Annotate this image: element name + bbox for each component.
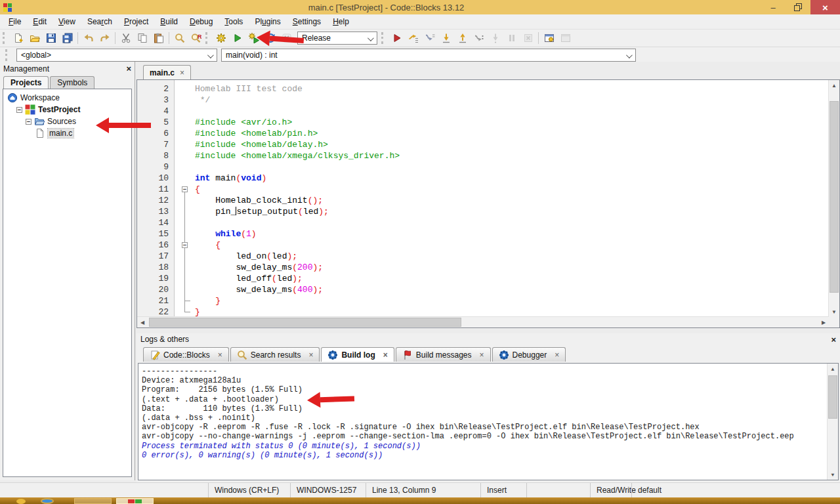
toolbar-grip[interactable] [5,49,10,61]
rebuild-icon[interactable] [262,30,278,46]
stop-debugger-icon[interactable] [520,30,536,46]
log-vertical-scrollbar[interactable]: ▲ ▼ [827,364,838,480]
log-tab-close-icon[interactable]: × [308,350,313,360]
run-icon[interactable] [229,30,245,46]
toolbar-grip[interactable] [381,32,386,44]
scrollbar-thumb[interactable] [830,101,839,293]
tree-item-sources[interactable]: −Sources [3,116,131,127]
log-tab-close-icon[interactable]: × [555,350,559,360]
close-button[interactable]: × [810,0,840,14]
paste-icon[interactable] [150,30,167,46]
code-line-3[interactable]: 3 */ [137,94,829,106]
next-line-icon[interactable] [421,30,438,46]
tree-item-testproject[interactable]: −TestProject [3,104,131,116]
copy-icon[interactable] [134,30,150,46]
log-tab-build-log[interactable]: Build log× [321,347,394,362]
scroll-right-icon[interactable]: ▶ [818,317,829,327]
code-line-9[interactable]: 9 [137,161,829,173]
debugging-windows-icon[interactable] [541,30,557,46]
tab-symbols[interactable]: Symbols [50,76,94,89]
save-file-icon[interactable] [43,30,59,46]
code-line-19[interactable]: 19 led_off(led); [137,273,829,284]
menu-search[interactable]: Search [81,16,118,28]
scroll-up-icon[interactable]: ▲ [828,364,838,374]
menu-help[interactable]: Help [327,16,355,28]
taskbar-app-button[interactable] [74,498,112,504]
code-line-16[interactable]: 16− { [137,240,829,251]
windows-taskbar[interactable] [0,497,840,504]
code-line-5[interactable]: 5#include <avr/io.h> [137,117,829,128]
replace-icon[interactable]: R [188,30,204,46]
abort-icon[interactable] [278,30,295,46]
code-line-2[interactable]: 2Homelab III test code [137,83,829,94]
code-line-20[interactable]: 20 sw_delay_ms(400); [137,284,829,295]
cut-icon[interactable] [117,30,134,46]
menu-project[interactable]: Project [118,16,154,28]
code-editor[interactable]: 2Homelab III test code3 */45#include <av… [136,79,840,328]
code-line-21[interactable]: 21 } [137,295,829,306]
taskbar-codeblocks-button[interactable] [116,498,154,504]
code-line-11[interactable]: 11−{ [137,184,829,195]
code-line-13[interactable]: 13 pin_setup_output(led); [137,206,829,217]
menu-settings[interactable]: Settings [287,16,327,28]
debug-continue-icon[interactable] [388,30,405,46]
management-close-button[interactable]: × [126,64,131,74]
scope-select[interactable]: <global> [16,49,217,62]
code-line-18[interactable]: 18 sw_delay_ms(200); [137,262,829,273]
code-line-4[interactable]: 4 [137,106,829,117]
function-select[interactable]: main(void) : int [221,49,636,62]
code-line-15[interactable]: 15 while(1) [137,228,829,240]
scroll-down-icon[interactable]: ▼ [829,306,839,317]
tree-expander-icon[interactable]: − [16,107,22,113]
scroll-up-icon[interactable]: ▲ [829,80,839,91]
restore-button[interactable] [786,0,810,14]
menu-plugins[interactable]: Plugins [249,16,286,28]
menu-view[interactable]: View [52,16,81,28]
log-tab-build-messages[interactable]: Build messages× [396,347,491,362]
menu-debug[interactable]: Debug [184,16,219,28]
tab-projects[interactable]: Projects [3,76,49,89]
minimize-button[interactable]: – [761,0,786,14]
find-icon[interactable] [171,30,188,46]
save-all-icon[interactable] [59,30,75,46]
fold-margin[interactable]: − [175,240,195,251]
log-tab-code-blocks[interactable]: Code::Blocks× [143,347,229,362]
menu-build[interactable]: Build [154,16,184,28]
scrollbar-thumb[interactable] [828,375,837,419]
build-icon[interactable] [213,30,229,46]
taskbar-icon[interactable] [16,499,26,504]
code-line-7[interactable]: 7#include <homelab/delay.h> [137,139,829,150]
code-line-14[interactable]: 14 [137,217,829,228]
horizontal-splitter[interactable] [136,328,840,333]
log-tab-close-icon[interactable]: × [218,350,222,360]
step-out-icon[interactable] [454,30,471,46]
code-line-17[interactable]: 17 led_on(led); [137,251,829,262]
log-tab-close-icon[interactable]: × [480,350,484,360]
pause-icon[interactable] [503,30,520,46]
redo-icon[interactable] [96,30,113,46]
build-target-select[interactable]: Release [297,32,377,45]
log-tab-search-results[interactable]: Search results× [230,347,320,362]
log-tab-close-icon[interactable]: × [383,350,388,360]
tree-expander-icon[interactable]: − [26,119,32,125]
scroll-down-icon[interactable]: ▼ [828,469,838,480]
logs-close-button[interactable]: × [831,335,836,345]
title-bar[interactable]: main.c [TestProject] - Code::Blocks 13.1… [0,0,840,14]
run-to-cursor-icon[interactable] [405,30,421,46]
code-line-22[interactable]: 22} [137,306,829,317]
open-file-icon[interactable] [26,30,43,46]
toolbar-grip[interactable] [205,32,210,44]
code-line-10[interactable]: 10int main(void) [137,173,829,184]
undo-icon[interactable] [80,30,96,46]
next-instruction-icon[interactable] [471,30,487,46]
menu-tools[interactable]: Tools [219,16,249,28]
various-info-icon[interactable] [557,30,574,46]
code-line-8[interactable]: 8#include <homelab/xmega/clksys_driver.h… [137,150,829,161]
menu-edit[interactable]: Edit [27,16,52,28]
log-tab-debugger[interactable]: Debugger× [492,347,566,362]
scroll-left-icon[interactable]: ◀ [137,317,148,327]
tree-item-workspace[interactable]: Workspace [3,92,131,104]
build-and-run-icon[interactable] [245,30,262,46]
step-into-instruction-icon[interactable] [487,30,503,46]
code-line-12[interactable]: 12 Homelab_clock_init(); [137,195,829,206]
